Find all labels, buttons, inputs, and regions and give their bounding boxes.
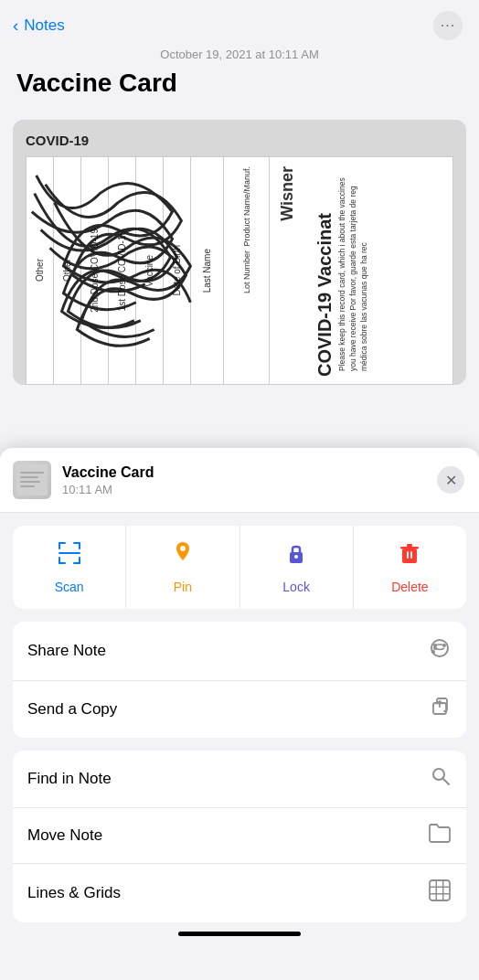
- lines-grids-item[interactable]: Lines & Grids: [13, 864, 466, 922]
- svg-rect-19: [407, 544, 412, 547]
- move-note-item[interactable]: Move Note: [13, 808, 466, 864]
- svg-rect-0: [16, 464, 48, 495]
- close-icon: ✕: [445, 472, 457, 489]
- action-buttons: Scan Pin Lock: [13, 526, 466, 609]
- svg-rect-20: [407, 551, 409, 559]
- svg-rect-6: [59, 542, 60, 549]
- right-text-area: COVID-19 Vaccinat Please keep this recor…: [306, 157, 452, 384]
- pin-icon: [170, 540, 196, 572]
- svg-rect-3: [20, 481, 40, 483]
- svg-point-27: [433, 644, 437, 647]
- svg-point-26: [431, 650, 435, 654]
- svg-rect-8: [79, 542, 80, 549]
- note-info-row: Vaccine Card 10:11 AM ✕: [0, 448, 479, 513]
- last-name-display: Wisner: [278, 166, 297, 221]
- more-button[interactable]: ···: [433, 11, 463, 40]
- search-icon: [430, 765, 452, 793]
- note-title: Vaccine Card: [16, 69, 463, 98]
- note-thumbnail: [13, 461, 51, 499]
- menu-group-1: Share Note Send a Copy: [13, 622, 466, 738]
- lock-label: Lock: [282, 580, 310, 594]
- delete-button[interactable]: Delete: [354, 526, 466, 609]
- menu-group-2: Find in Note Move Note Lines & Grids: [13, 751, 466, 922]
- send-copy-icon: [430, 696, 452, 723]
- move-note-label: Move Note: [27, 826, 102, 845]
- note-info-title: Vaccine Card: [62, 464, 437, 481]
- svg-rect-17: [402, 549, 417, 563]
- send-copy-label: Send a Copy: [27, 700, 117, 719]
- scribble-overlay: [27, 157, 209, 384]
- note-header: October 19, 2021 at 10:11 AM Vaccine Car…: [0, 48, 479, 120]
- pin-button[interactable]: Pin: [126, 526, 240, 609]
- lot-label: Lot Number: [242, 250, 251, 293]
- back-button[interactable]: ‹ Notes: [13, 16, 65, 36]
- vaccine-card-image: COVID-19 Other Other 2nd Dose COVID-19 1…: [13, 120, 466, 385]
- find-in-note-item[interactable]: Find in Note: [13, 751, 466, 808]
- svg-point-29: [433, 769, 444, 780]
- note-info-text: Vaccine Card 10:11 AM: [62, 464, 437, 496]
- scan-label: Scan: [55, 580, 84, 594]
- lines-grids-label: Lines & Grids: [27, 884, 121, 902]
- share-note-icon: [428, 636, 452, 666]
- home-bar: [178, 932, 301, 936]
- notes-background: ‹ Notes ··· October 19, 2021 at 10:11 AM…: [0, 0, 479, 385]
- lock-icon: [283, 540, 309, 572]
- svg-rect-18: [400, 547, 419, 549]
- svg-rect-12: [79, 557, 80, 564]
- scan-icon: [57, 540, 82, 572]
- card-table: Other Other 2nd Dose COVID-19 1st Dose C…: [26, 156, 453, 385]
- grid-icon: [428, 879, 452, 908]
- scan-button[interactable]: Scan: [13, 526, 126, 609]
- svg-rect-31: [430, 880, 450, 900]
- covid-label: COVID-19: [26, 133, 89, 148]
- bottom-sheet: Vaccine Card 10:11 AM ✕: [0, 448, 479, 980]
- back-label: Notes: [24, 16, 64, 35]
- note-info-time: 10:11 AM: [62, 483, 437, 496]
- close-button[interactable]: ✕: [437, 466, 464, 494]
- folder-icon: [428, 823, 452, 848]
- nav-bar: ‹ Notes ···: [0, 0, 479, 48]
- product-label: Product Name/Manuf.: [242, 166, 251, 247]
- svg-rect-21: [410, 551, 412, 559]
- more-icon: ···: [441, 17, 455, 34]
- share-note-item[interactable]: Share Note: [13, 622, 466, 681]
- delete-icon: [397, 540, 422, 572]
- svg-point-16: [294, 555, 298, 559]
- svg-rect-2: [20, 476, 38, 478]
- pin-label: Pin: [174, 580, 192, 594]
- find-in-note-label: Find in Note: [27, 770, 112, 788]
- note-date: October 19, 2021 at 10:11 AM: [16, 48, 463, 61]
- svg-point-14: [180, 546, 186, 551]
- svg-rect-10: [59, 557, 60, 564]
- svg-rect-1: [20, 472, 44, 474]
- chevron-left-icon: ‹: [13, 16, 18, 36]
- svg-line-30: [443, 779, 449, 784]
- home-indicator: [0, 922, 479, 940]
- svg-rect-13: [59, 552, 80, 554]
- delete-label: Delete: [391, 580, 428, 594]
- lock-button[interactable]: Lock: [240, 526, 354, 609]
- share-note-label: Share Note: [27, 642, 106, 660]
- send-copy-item[interactable]: Send a Copy: [13, 681, 466, 738]
- svg-rect-4: [20, 485, 35, 487]
